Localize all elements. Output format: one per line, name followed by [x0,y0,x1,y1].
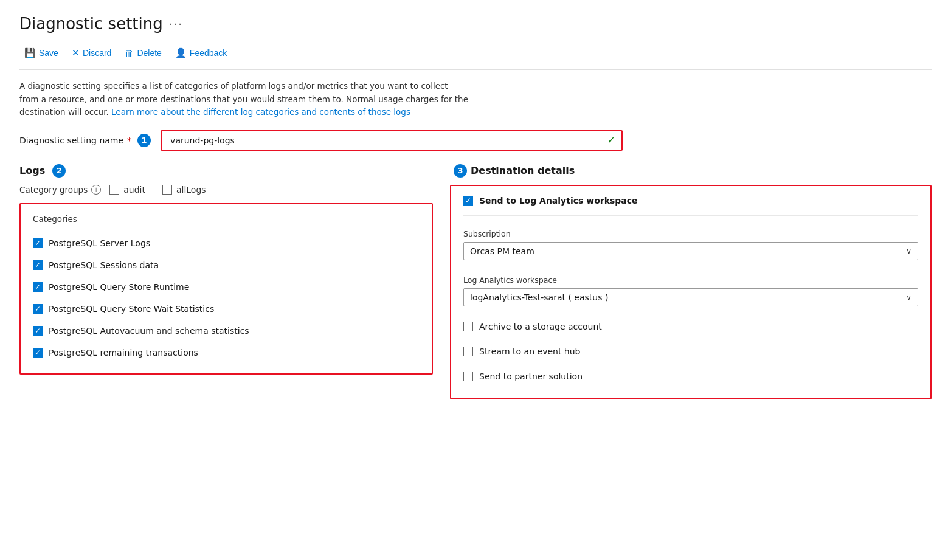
partner-checkbox[interactable] [463,372,473,381]
list-item: ✓ PostgreSQL Sessions data [33,254,420,276]
list-item: ✓ PostgreSQL Server Logs [33,232,420,254]
log-analytics-workspace-arrow: ∨ [906,293,911,302]
step-3-badge: 3 [454,164,467,178]
destination-box: ✓ Send to Log Analytics workspace Subscr… [450,185,932,399]
categories-box: Categories ✓ PostgreSQL Server Logs ✓ Po… [19,203,433,375]
subscription-label: Subscription [463,229,918,238]
postgresql-query-wait-checkbox[interactable]: ✓ [33,304,43,314]
stream-checkbox[interactable] [463,347,473,356]
discard-icon: ✕ [72,47,80,58]
step-1-badge: 1 [137,134,151,147]
audit-checkbox[interactable] [109,185,119,195]
destination-section: 3 Destination details ✓ Send to Log Anal… [450,164,932,399]
subscription-dropdown-arrow: ∨ [906,247,911,255]
page-title: Diagnostic setting [19,15,163,33]
diagnostic-setting-name-input[interactable] [168,131,607,150]
step-2-badge: 2 [52,164,66,178]
name-input-wrapper: ✓ [161,130,623,151]
category-groups-row: Category groups i audit allLogs [19,185,433,195]
log-analytics-checkbox[interactable]: ✓ [463,196,473,206]
stream-row: Stream to an event hub [463,339,918,364]
postgresql-remaining-checkbox[interactable]: ✓ [33,348,43,358]
categories-label: Categories [33,214,420,224]
partner-row: Send to partner solution [463,364,918,389]
subscription-dropdown[interactable]: Orcas PM team ∨ [463,242,918,260]
all-logs-checkbox[interactable] [162,185,172,195]
log-analytics-workspace-section: Log Analytics workspace logAnalytics-Tes… [463,268,918,314]
save-button[interactable]: 💾 Save [19,45,63,61]
feedback-button[interactable]: 👤 Feedback [170,45,232,61]
archive-row: Archive to a storage account [463,314,918,339]
main-layout: Logs 2 Category groups i audit allLogs C… [19,164,932,399]
list-item: ✓ PostgreSQL remaining transactions [33,342,420,364]
name-row: Diagnostic setting name * 1 ✓ [19,130,932,151]
name-label-group: Diagnostic setting name * 1 [19,134,151,147]
category-group-checkboxes: audit allLogs [109,185,206,195]
list-item: ✓ PostgreSQL Autovacuum and schema stati… [33,320,420,342]
log-analytics-workspace-label: Log Analytics workspace [463,275,918,285]
destination-title: 3 Destination details [450,164,932,178]
postgresql-server-logs-checkbox[interactable]: ✓ [33,238,43,248]
discard-button[interactable]: ✕ Discard [67,45,116,61]
valid-check-icon: ✓ [607,134,615,146]
all-logs-checkbox-label[interactable]: allLogs [162,185,206,195]
save-icon: 💾 [24,47,36,58]
list-item: ✓ PostgreSQL Query Store Wait Statistics [33,298,420,320]
archive-checkbox[interactable] [463,322,473,331]
learn-more-link[interactable]: Learn more about the different log categ… [111,107,410,117]
info-icon[interactable]: i [91,185,101,195]
log-analytics-row: ✓ Send to Log Analytics workspace [463,196,918,216]
postgresql-query-runtime-checkbox[interactable]: ✓ [33,282,43,292]
audit-checkbox-label[interactable]: audit [109,185,145,195]
list-item: ✓ PostgreSQL Query Store Runtime [33,276,420,298]
logs-section: Logs 2 Category groups i audit allLogs C… [19,164,433,375]
delete-button[interactable]: 🗑 Delete [120,46,166,61]
feedback-icon: 👤 [175,47,187,58]
log-analytics-workspace-dropdown[interactable]: logAnalytics-Test-sarat ( eastus ) ∨ [463,288,918,306]
delete-icon: 🗑 [125,48,134,58]
logs-title: Logs 2 [19,164,433,178]
toolbar: 💾 Save ✕ Discard 🗑 Delete 👤 Feedback [19,45,932,70]
subscription-section: Subscription Orcas PM team ∨ [463,222,918,268]
more-options-dots[interactable]: ··· [169,18,183,30]
required-asterisk: * [127,136,131,145]
postgresql-sessions-checkbox[interactable]: ✓ [33,260,43,270]
postgresql-autovacuum-checkbox[interactable]: ✓ [33,326,43,336]
description-text: A diagnostic setting specifies a list of… [19,80,469,119]
